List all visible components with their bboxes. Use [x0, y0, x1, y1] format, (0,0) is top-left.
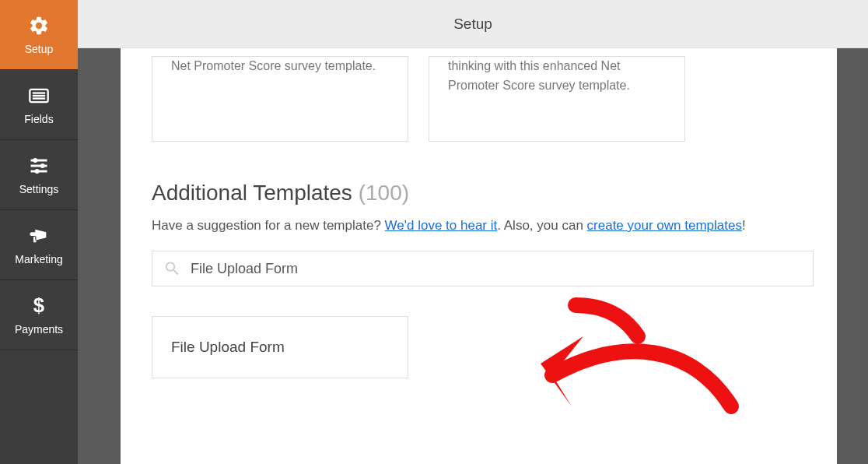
sidebar-item-settings[interactable]: Settings: [0, 140, 78, 210]
svg-point-5: [33, 158, 37, 163]
topbar: Setup: [78, 0, 868, 48]
suggest-line: Have a suggestion for a new template? We…: [152, 218, 814, 234]
search-icon: [163, 259, 181, 278]
sidebar-item-setup[interactable]: Setup: [0, 0, 78, 70]
sidebar: Setup Fields Settings Marketing $ Paymen…: [0, 0, 78, 464]
suggest-prefix: Have a suggestion for a new template?: [152, 218, 385, 233]
gear-icon: [28, 15, 50, 37]
page-title: Setup: [453, 16, 492, 33]
svg-point-9: [35, 169, 40, 174]
template-card-text: thinking with this enhanced Net Promoter…: [448, 59, 630, 92]
sidebar-item-label: Settings: [19, 183, 59, 195]
section-title-text: Additional Templates: [152, 181, 352, 205]
template-result-label: File Upload Form: [171, 339, 285, 355]
sidebar-item-label: Payments: [15, 323, 63, 336]
sidebar-item-label: Fields: [24, 113, 53, 125]
content-wrap: Net Promoter Score survey template. thin…: [78, 48, 868, 464]
sidebar-item-payments[interactable]: $ Payments: [0, 280, 78, 350]
sidebar-item-label: Marketing: [15, 253, 62, 265]
sliders-icon: [28, 155, 50, 177]
sidebar-item-label: Setup: [25, 43, 54, 55]
list-icon: [28, 85, 50, 107]
section-title: Additional Templates (100): [152, 181, 814, 206]
section-count: (100): [359, 181, 409, 205]
annotation-arrow-icon: [529, 290, 762, 461]
search-input[interactable]: [191, 261, 802, 277]
dollar-icon: $: [30, 295, 47, 317]
svg-point-7: [40, 163, 45, 168]
content: Net Promoter Score survey template. thin…: [121, 48, 837, 464]
search-box: [152, 251, 814, 286]
template-cards-row: Net Promoter Score survey template. thin…: [152, 56, 814, 142]
template-result-card[interactable]: File Upload Form: [152, 316, 408, 378]
template-card[interactable]: thinking with this enhanced Net Promoter…: [429, 56, 685, 142]
sidebar-item-fields[interactable]: Fields: [0, 70, 78, 140]
create-templates-link[interactable]: create your own templates: [587, 218, 742, 233]
template-card-text: Net Promoter Score survey template.: [171, 59, 376, 72]
suggest-suffix: !: [742, 218, 746, 233]
svg-text:$: $: [33, 295, 44, 316]
template-card[interactable]: Net Promoter Score survey template.: [152, 56, 408, 142]
suggest-link[interactable]: We'd love to hear it: [385, 218, 498, 233]
sidebar-item-marketing[interactable]: Marketing: [0, 210, 78, 280]
suggest-mid: . Also, you can: [497, 218, 586, 233]
bullhorn-icon: [28, 225, 50, 247]
